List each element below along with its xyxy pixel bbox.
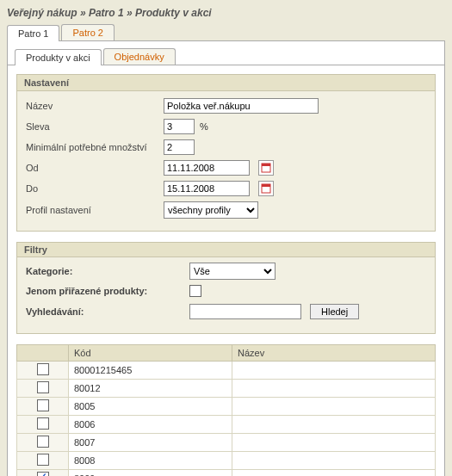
content: Nastavení Název Sleva % Minimální potřeb… <box>8 65 444 476</box>
cell-kod: 80001215465 <box>69 362 232 380</box>
filters-fieldset: Filtry Kategorie: Vše Jenom přiřazené pr… <box>16 242 436 334</box>
breadcrumb: Veřejný nákup » Patro 1 » Produkty v akc… <box>7 7 445 19</box>
row-checkbox[interactable] <box>37 436 49 448</box>
table-row: 8008 <box>17 452 436 470</box>
table-row: 80001215465 <box>17 362 436 380</box>
col-chk <box>17 345 69 362</box>
sleva-label: Sleva <box>26 121 164 132</box>
cell-kod: 8005 <box>69 398 232 416</box>
cell-kod: 80012 <box>69 380 232 398</box>
row-checkbox[interactable] <box>37 399 49 411</box>
table-row: 8005 <box>17 398 436 416</box>
cell-nazev <box>232 470 436 477</box>
profil-label: Profil nastavení <box>26 205 164 215</box>
cell-nazev <box>232 416 436 434</box>
do-label: Do <box>26 183 164 194</box>
cell-nazev <box>232 380 436 398</box>
settings-legend: Nastavení <box>17 75 435 91</box>
cell-kod: 8006 <box>69 416 232 434</box>
col-nazev: Název <box>232 345 436 362</box>
products-table: Kód Název 800012154658001280058006800780… <box>16 344 436 476</box>
name-input[interactable] <box>164 98 319 114</box>
do-input[interactable] <box>164 181 250 196</box>
tab-inner-1[interactable]: Objednávky <box>103 48 176 65</box>
cell-nazev <box>232 362 436 380</box>
cell-kod: 8009 <box>69 470 232 477</box>
calendar-icon[interactable] <box>258 181 274 196</box>
row-checkbox[interactable] <box>37 363 49 375</box>
settings-fieldset: Nastavení Název Sleva % Minimální potřeb… <box>16 74 436 232</box>
search-button[interactable]: Hledej <box>310 304 359 319</box>
row-checkbox[interactable] <box>37 381 49 393</box>
table-row: 8009 <box>17 470 436 477</box>
name-label: Název <box>26 101 164 111</box>
svg-rect-1 <box>262 164 270 166</box>
inner-tabs: Produkty v akciObjednávky <box>8 48 444 65</box>
table-row: 8007 <box>17 434 436 452</box>
od-input[interactable] <box>164 160 250 176</box>
sleva-input[interactable] <box>164 119 195 134</box>
cell-nazev <box>232 434 436 452</box>
table-row: 80012 <box>17 380 436 398</box>
minqty-label: Minimální potřebné množství <box>26 142 164 152</box>
kategorie-select[interactable]: Vše <box>189 263 276 280</box>
minqty-input[interactable] <box>164 139 195 155</box>
search-label: Vyhledávání: <box>26 306 189 317</box>
search-input[interactable] <box>189 304 301 319</box>
assigned-checkbox[interactable] <box>189 285 201 297</box>
tab-outer-1[interactable]: Patro 2 <box>61 24 114 40</box>
col-kod: Kód <box>69 345 232 362</box>
row-checkbox[interactable] <box>37 417 49 430</box>
calendar-icon[interactable] <box>258 160 274 176</box>
panel: Produkty v akciObjednávky Nastavení Náze… <box>7 41 445 476</box>
sleva-unit: % <box>200 121 208 132</box>
cell-nazev <box>232 452 436 470</box>
row-checkbox[interactable] <box>37 454 49 466</box>
tab-outer-0[interactable]: Patro 1 <box>7 25 59 41</box>
tab-inner-0[interactable]: Produkty v akci <box>15 49 102 65</box>
svg-rect-3 <box>262 184 270 187</box>
row-checkbox[interactable] <box>37 472 49 476</box>
cell-nazev <box>232 398 436 416</box>
table-row: 8006 <box>17 416 436 434</box>
assigned-label: Jenom přiřazené produkty: <box>26 286 189 296</box>
outer-tabs: Patro 1Patro 2 <box>7 24 445 41</box>
kategorie-label: Kategorie: <box>26 266 189 276</box>
profil-select[interactable]: všechny profily <box>164 201 258 219</box>
od-label: Od <box>26 163 164 173</box>
filters-legend: Filtry <box>17 243 435 257</box>
cell-kod: 8007 <box>69 434 232 452</box>
cell-kod: 8008 <box>69 452 232 470</box>
